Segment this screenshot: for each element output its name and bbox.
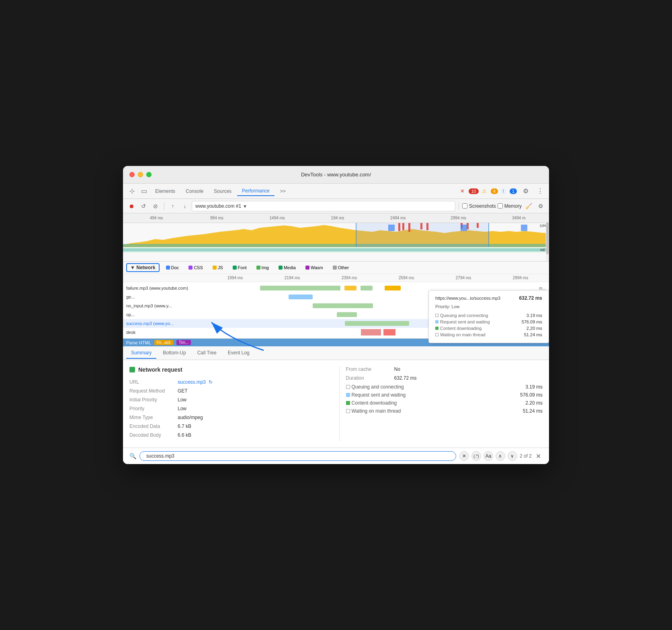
filter-js[interactable]: JS	[209, 264, 226, 271]
tab-console[interactable]: Console	[181, 187, 208, 196]
filter-doc[interactable]: Doc	[163, 264, 182, 271]
tooltip-label-3: Waiting on main thread	[435, 332, 486, 337]
network-label[interactable]: ▼ Network	[126, 263, 160, 272]
search-close-button[interactable]: ✕	[534, 452, 543, 460]
tab-call-tree[interactable]: Call Tree	[193, 348, 221, 359]
info-icon: !	[501, 188, 506, 194]
inspect-icon[interactable]: ⊹	[126, 186, 137, 197]
svg-rect-18	[361, 286, 373, 290]
timing-dot-3	[346, 409, 350, 413]
upload-button[interactable]: ↑	[168, 201, 178, 211]
maximize-button[interactable]	[146, 172, 152, 177]
tab-summary[interactable]: Summary	[126, 348, 156, 359]
filter-media-label: Media	[284, 265, 296, 270]
detail-url: URL success.mp3 ↻	[129, 379, 326, 385]
tooltip-val-1: 576.09 ms	[522, 319, 542, 324]
search-count: 2 of 2	[520, 453, 532, 459]
tooltip-row-1: Request sent and waiting 576.09 ms	[435, 319, 542, 325]
filter-font-label: Font	[238, 265, 247, 270]
tab-bottom-up[interactable]: Bottom-Up	[158, 348, 191, 359]
timeline-ruler: 494 ms 994 ms 1494 ms 194 ms 2494 ms 299…	[123, 213, 549, 223]
minimize-button[interactable]	[138, 172, 143, 177]
filter-other[interactable]: Other	[330, 264, 352, 271]
filter-media[interactable]: Media	[275, 264, 299, 271]
title-square-icon	[129, 367, 135, 372]
timing-dot-1	[346, 393, 350, 397]
screenshots-checkbox[interactable]	[462, 203, 467, 209]
tab-more[interactable]: >>	[275, 187, 291, 196]
tooltip-url-row: https://www.you...io/success.mp3 632.72 …	[435, 295, 542, 301]
details-title: Network request	[129, 366, 326, 373]
details-left: Network request URL success.mp3 ↻ Reques…	[129, 366, 339, 441]
ntick-2: 2394 ms	[321, 276, 378, 280]
reload-button[interactable]: ↺	[138, 201, 149, 211]
svg-rect-7	[420, 223, 422, 229]
filter-other-label: Other	[338, 265, 349, 270]
detail-decoded-val: 6.6 kB	[178, 432, 191, 438]
svg-rect-15	[123, 248, 549, 252]
scrollbar-thumb[interactable]	[546, 222, 549, 254]
net-chart: NET	[123, 247, 549, 253]
close-button[interactable]	[129, 172, 135, 177]
ntick-4: 2794 ms	[435, 276, 492, 280]
record-button[interactable]: ⏺	[126, 201, 137, 211]
next-result-button[interactable]: ∨	[508, 451, 517, 461]
memory-label: Memory	[504, 203, 522, 209]
filter-wasm[interactable]: Wasm	[302, 264, 326, 271]
refresh-icon[interactable]: ↻	[209, 379, 213, 385]
window-title: DevTools - www.youtube.com/	[301, 172, 371, 178]
filter-img[interactable]: Img	[253, 264, 272, 271]
capture-settings-button[interactable]: ⚙	[535, 201, 546, 211]
clear-search-button[interactable]: ✕	[459, 451, 469, 461]
tooltip-dot-2	[435, 327, 438, 330]
filter-font[interactable]: Font	[229, 264, 250, 271]
duration-row: Duration 632.72 ms	[346, 375, 543, 381]
regex-button[interactable]: (.*)	[471, 451, 481, 461]
svg-rect-8	[426, 223, 428, 230]
search-bar: 🔍 ✕ (.*) Aa ∧ ∨ 2 of 2 ✕	[123, 448, 549, 464]
tabs-bar: ⊹ ▭ Elements Console Sources Performance…	[123, 184, 549, 199]
tab-event-log[interactable]: Event Log	[223, 348, 254, 359]
svg-rect-6	[408, 223, 410, 232]
memory-checkbox[interactable]	[498, 203, 503, 209]
svg-rect-16	[260, 286, 340, 290]
img-dot	[256, 266, 260, 270]
ntick-5: 2994 ms	[492, 276, 549, 280]
scrollbar[interactable]	[546, 213, 549, 261]
search-input[interactable]	[139, 451, 456, 461]
detail-priority-val: Low	[178, 406, 186, 411]
cpu-chart[interactable]: CPU	[123, 223, 549, 247]
tick-1: 994 ms	[186, 216, 247, 220]
toolbar: ⏺ ↺ ⊘ ↑ ↓ www.youtube.com #1 ▾ Screensho…	[123, 199, 549, 213]
detail-priority: Priority Low	[129, 406, 326, 411]
timing-row-0: Queuing and connecting 3.19 ms	[346, 384, 543, 390]
filter-css[interactable]: CSS	[185, 264, 206, 271]
settings-icon[interactable]: ⚙	[520, 186, 531, 197]
url-dropdown[interactable]: ▾	[244, 203, 246, 209]
timing-dot-0	[346, 385, 350, 389]
tooltip-duration: 632.72 ms	[519, 295, 542, 301]
tab-performance[interactable]: Performance	[237, 186, 275, 196]
tab-sources[interactable]: Sources	[209, 187, 236, 196]
prev-result-button[interactable]: ∧	[496, 451, 505, 461]
from-cache-row: From cache No	[346, 366, 543, 372]
detail-encoded: Encoded Data 6.7 kB	[129, 423, 326, 429]
traffic-lights	[129, 172, 152, 177]
tick-4: 2494 ms	[368, 216, 428, 220]
cleanup-button[interactable]: 🧹	[523, 201, 534, 211]
device-icon[interactable]: ▭	[138, 186, 150, 197]
tab-elements[interactable]: Elements	[150, 187, 180, 196]
case-sensitive-button[interactable]: Aa	[484, 451, 493, 461]
warning-badge: 4	[491, 188, 498, 194]
more-icon[interactable]: ⋮	[535, 186, 546, 197]
tooltip-row-3: Waiting on main thread 51.24 ms	[435, 331, 542, 338]
noinput-label: no_input.mp3 (www.y...	[126, 303, 207, 308]
js-dot	[213, 266, 217, 270]
svg-rect-4	[398, 223, 400, 231]
tooltip-val-0: 3.19 ms	[527, 313, 542, 318]
clear-button[interactable]: ⊘	[150, 201, 161, 211]
download-button[interactable]: ↓	[180, 201, 190, 211]
devtools-window: DevTools - www.youtube.com/ ⊹ ▭ Elements…	[123, 166, 549, 464]
url-link[interactable]: success.mp3	[178, 379, 206, 385]
svg-rect-19	[385, 286, 401, 290]
